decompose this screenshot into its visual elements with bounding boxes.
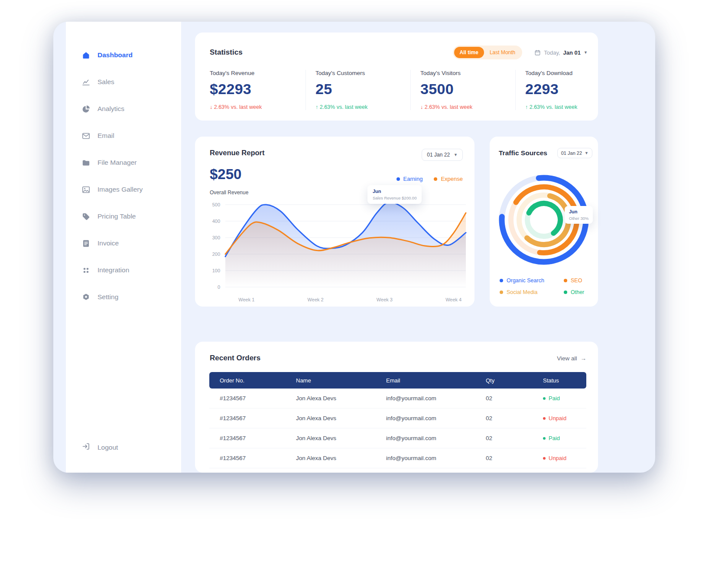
cell-email: info@yourmail.com (386, 455, 486, 461)
cell-email: info@yourmail.com (386, 435, 486, 441)
traffic-date-dropdown[interactable]: 01 Jan 22 ▼ (557, 148, 592, 158)
sidebar-item-analytics[interactable]: Analytics (66, 95, 181, 122)
table-row[interactable]: #1234567Jon Alexa Devsinfo@yourmail.com0… (209, 448, 586, 468)
date-picker-prefix: Today, (544, 49, 560, 56)
sidebar-item-pricing-table[interactable]: Pricing Table (66, 203, 181, 230)
sidebar-item-label: Setting (98, 293, 118, 301)
cell-qty: 02 (486, 455, 543, 461)
sidebar-item-setting[interactable]: Setting (66, 284, 181, 310)
stat-today-s-download: Today's Download2293↑ 2.63% vs. last wee… (525, 70, 588, 110)
cell-qty: 02 (486, 415, 543, 421)
svg-text:Week 2: Week 2 (308, 297, 324, 302)
arrow-down-icon: ↓ (210, 104, 212, 110)
integration-icon (81, 266, 91, 275)
sidebar-item-label: Sales (98, 78, 114, 86)
cell-email: info@yourmail.com (386, 415, 486, 421)
cell-qty: 02 (486, 435, 543, 441)
cell-name: Jon Alexa Devs (296, 455, 386, 461)
logout-button[interactable]: Logout (66, 442, 181, 453)
stat-label: Today's Download (525, 70, 588, 76)
svg-text:200: 200 (212, 251, 220, 257)
sidebar-item-file-manager[interactable]: File Manager (66, 149, 181, 176)
stat-change: ↓ 2.63% vs. last week (210, 104, 306, 110)
column-header-name: Name (296, 377, 386, 384)
cell-order-no: #1234567 (220, 415, 296, 421)
traffic-legend-seo[interactable]: SEO (564, 278, 584, 284)
traffic-legend-social-media[interactable]: Social Media (500, 289, 564, 295)
date-picker[interactable]: Today, Jan 01 ▼ (534, 49, 588, 56)
stat-change: ↓ 2.63% vs. last week (420, 104, 515, 110)
legend-expense[interactable]: Expense (434, 176, 463, 182)
traffic-sources-card: Traffic Sources 01 Jan 22 ▼ Jun Other 30… (490, 137, 598, 307)
orders-table-body: #1234567Jon Alexa Devsinfo@yourmail.com0… (209, 389, 586, 473)
sidebar-item-sales[interactable]: Sales (66, 69, 181, 95)
sidebar-nav: DashboardSalesAnalyticsEmailFile Manager… (66, 22, 181, 310)
legend-label: Other (571, 289, 584, 295)
cell-name: Jon Alexa Devs (296, 395, 386, 402)
svg-text:400: 400 (212, 219, 220, 224)
arrow-up-icon: ↑ (525, 104, 528, 110)
cell-qty: 02 (486, 395, 543, 402)
view-all-button[interactable]: View all → (557, 355, 586, 362)
file-manager-icon (81, 158, 91, 167)
svg-text:100: 100 (212, 268, 220, 273)
sidebar-item-label: Pricing Table (98, 212, 136, 220)
table-row[interactable]: #1234567Jon Alexa Devsinfo@yourmail.com0… (209, 408, 586, 428)
statistics-card: Statistics All timeLast Month Today, Jan… (195, 33, 598, 121)
date-picker-value: Jan 01 (563, 49, 581, 56)
status-dot (543, 437, 546, 440)
chevron-down-icon: ▼ (585, 151, 588, 155)
revenue-report-title: Revenue Report (210, 149, 265, 157)
stat-today-s-visitors: Today's Visitors3500↓ 2.63% vs. last wee… (420, 70, 516, 110)
logout-label: Logout (98, 444, 118, 451)
status-label: Unpaid (549, 455, 566, 461)
table-row[interactable]: #1234567Jon Alexa Devsinfo@yourmail.com0… (209, 389, 586, 408)
sidebar-item-dashboard[interactable]: Dashboard (66, 42, 181, 69)
traffic-legend-other[interactable]: Other (564, 289, 584, 295)
status-label: Paid (549, 435, 560, 441)
time-range-toggle: All timeLast Month (453, 46, 523, 59)
table-row[interactable]: #1234567Jon Alexa Devsinfo@yourmail.com0… (209, 428, 586, 448)
status-dot (543, 457, 546, 460)
recent-orders-title: Recent Orders (210, 354, 260, 363)
sidebar-item-invoice[interactable]: Invoice (66, 230, 181, 257)
column-header-status: Status (543, 377, 586, 384)
sidebar-item-integration[interactable]: Integration (66, 257, 181, 284)
sidebar-item-label: Invoice (98, 239, 119, 247)
svg-text:300: 300 (212, 235, 220, 240)
range-option-last-month[interactable]: Last Month (484, 47, 521, 58)
svg-text:Week 3: Week 3 (377, 297, 393, 302)
revenue-date-dropdown[interactable]: 01 Jan 22 ▼ (422, 149, 463, 161)
status-dot (543, 397, 546, 400)
sidebar-item-label: Dashboard (98, 51, 133, 59)
legend-earning[interactable]: Earning (396, 176, 423, 182)
legend-dot (396, 177, 400, 181)
view-all-label: View all (557, 355, 577, 362)
range-option-all-time[interactable]: All time (454, 47, 484, 58)
legend-dot (500, 279, 503, 282)
stat-value: 25 (315, 81, 410, 98)
tooltip-text: Sales Revenue $200.00 (373, 196, 416, 200)
arrow-up-icon: ↑ (315, 104, 318, 110)
traffic-legend: Organic SearchSEOSocial MediaOther (500, 278, 584, 295)
traffic-sources-title: Traffic Sources (499, 149, 547, 157)
legend-label: Expense (441, 176, 463, 182)
arrow-right-icon: → (581, 355, 587, 362)
legend-label: Social Media (507, 289, 538, 295)
stat-value: 2293 (525, 81, 588, 98)
sidebar-item-email[interactable]: Email (66, 122, 181, 149)
stat-label: Today's Visitors (420, 70, 515, 76)
sales-icon (81, 78, 91, 87)
svg-text:Week 1: Week 1 (238, 297, 254, 302)
chevron-down-icon: ▼ (584, 51, 588, 55)
traffic-date-value: 01 Jan 22 (561, 150, 582, 156)
orders-table-header: Order No.NameEmailQtyStatus (209, 372, 586, 389)
sidebar-item-images-gallery[interactable]: Images Gallery (66, 176, 181, 203)
stat-change: ↑ 2.63% vs. last week (315, 104, 410, 110)
table-row[interactable]: #1234567Jon Alexa Devsinfo@yourmail.com0… (209, 468, 586, 473)
traffic-legend-organic-search[interactable]: Organic Search (500, 278, 564, 284)
stat-value: $2293 (210, 81, 306, 98)
status-badge: Paid (543, 435, 586, 441)
stat-value: 3500 (420, 81, 515, 98)
svg-text:0: 0 (218, 284, 220, 290)
